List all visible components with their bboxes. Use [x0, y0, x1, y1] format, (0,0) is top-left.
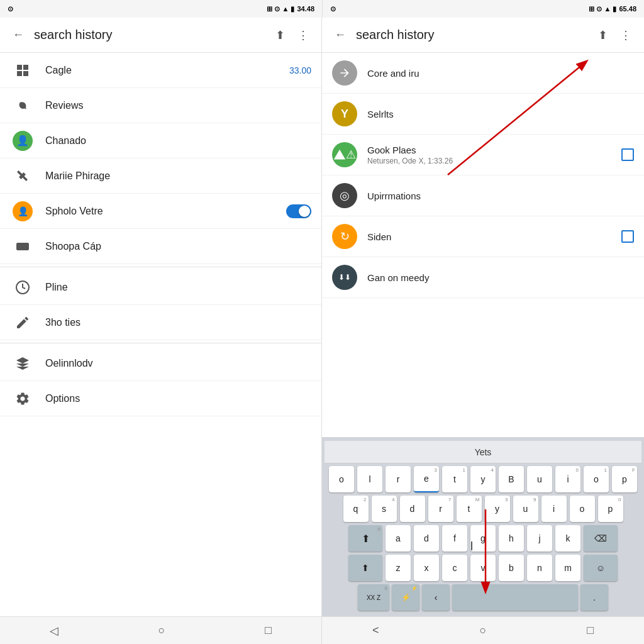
- gan-content: Gan on meedy: [367, 272, 634, 283]
- key-t2[interactable]: tM: [457, 496, 482, 522]
- key-l[interactable]: l: [357, 466, 382, 492]
- keyboard: Yets o l r e3 t1 y4 B u i0 o1 pF q2 s4 d: [322, 437, 644, 616]
- menu-item-oelinn[interactable]: Oelinnlodv: [0, 346, 321, 381]
- key-emoji[interactable]: ☺: [584, 555, 618, 581]
- key-p1[interactable]: pF: [612, 466, 637, 492]
- 3ho-icon: [10, 310, 35, 335]
- key-f[interactable]: f: [442, 525, 467, 552]
- key-y2[interactable]: y3: [485, 496, 510, 522]
- key-b[interactable]: b: [499, 555, 524, 581]
- list-item-gan[interactable]: ⬇⬇ Gan on meedy: [322, 257, 644, 298]
- pline-label: Pline: [45, 282, 311, 293]
- upirr-icon: ◎: [332, 183, 357, 208]
- key-m[interactable]: m: [555, 555, 580, 581]
- list-item-selrlts[interactable]: Y Selrlts: [322, 94, 644, 135]
- list-item-upirr[interactable]: ◎ Upirrmations: [322, 175, 644, 216]
- key-d2[interactable]: d: [414, 525, 439, 552]
- keyboard-row-2: q2 s4 d r7 tM y3 u9 i o p0: [325, 496, 641, 522]
- left-bottom-nav: ◁ ○ □: [0, 616, 321, 644]
- menu-item-cagle[interactable]: Cagle 33.00: [0, 53, 321, 88]
- key-i2[interactable]: i: [541, 496, 567, 522]
- key-x[interactable]: x: [414, 555, 439, 581]
- key-g[interactable]: g: [470, 525, 496, 552]
- menu-item-shoopa[interactable]: Shoopa Cáp: [0, 229, 321, 264]
- left-more-button[interactable]: ⋮: [295, 26, 311, 45]
- menu-item-reviews[interactable]: Reviews: [0, 88, 321, 123]
- key-shift[interactable]: ⬆0: [348, 525, 382, 552]
- key-i1[interactable]: i0: [555, 466, 580, 492]
- key-B[interactable]: B: [499, 466, 524, 492]
- oelinn-label: Oelinnlodv: [45, 358, 311, 369]
- key-r[interactable]: r: [386, 466, 411, 492]
- key-v[interactable]: v: [470, 555, 496, 581]
- shoopa-label: Shoopa Cáp: [45, 241, 311, 252]
- key-period[interactable]: .: [580, 584, 608, 611]
- left-back-button[interactable]: ←: [10, 26, 26, 44]
- key-xxz[interactable]: XX Z0: [358, 584, 389, 611]
- key-e[interactable]: e3: [414, 466, 439, 492]
- right-title: search history: [356, 28, 588, 42]
- spholo-label: Spholo Vetre: [45, 206, 286, 217]
- siden-title: Siden: [367, 231, 621, 242]
- menu-item-mariie[interactable]: Mariie Phirage: [0, 158, 321, 194]
- left-recent-nav[interactable]: □: [252, 619, 284, 642]
- key-o1[interactable]: o: [329, 466, 354, 492]
- pline-icon: [10, 275, 35, 300]
- key-t1[interactable]: t1: [442, 466, 467, 492]
- left-signal-icon: ⊞ ⊙ ▲ ▮: [267, 5, 294, 13]
- screens-container: ← search history ⬆ ⋮ Cagle 33.00 Reviews: [0, 18, 644, 644]
- key-y1[interactable]: y4: [470, 466, 496, 492]
- cagle-icon: [10, 58, 35, 83]
- left-home-nav[interactable]: ○: [146, 619, 178, 642]
- right-back-nav[interactable]: <: [360, 619, 392, 642]
- right-share-button[interactable]: ⬆: [596, 26, 610, 45]
- mariie-label: Mariie Phirage: [45, 170, 311, 182]
- key-backspace[interactable]: ⌫: [584, 525, 618, 552]
- gook-checkbox[interactable]: [621, 148, 634, 161]
- list-item-core[interactable]: Core and iru: [322, 53, 644, 94]
- menu-item-chanado[interactable]: 👤 Chanado: [0, 123, 321, 158]
- gook-title: Gook Plaes: [367, 145, 621, 155]
- key-h[interactable]: h: [499, 525, 524, 552]
- key-u2[interactable]: u9: [513, 496, 538, 522]
- key-o3[interactable]: o: [570, 496, 595, 522]
- key-q[interactable]: q2: [343, 496, 369, 522]
- right-home-nav[interactable]: ○: [467, 619, 499, 642]
- key-j[interactable]: j: [527, 525, 552, 552]
- key-lightning[interactable]: ⚡⚡: [392, 584, 419, 611]
- gan-title: Gan on meedy: [367, 272, 634, 283]
- siden-checkbox[interactable]: [621, 230, 634, 243]
- spholo-toggle[interactable]: [286, 204, 311, 218]
- key-left-angle[interactable]: ‹: [422, 584, 450, 611]
- key-s[interactable]: s4: [372, 496, 397, 522]
- key-c[interactable]: c: [442, 555, 467, 581]
- key-n[interactable]: n: [527, 555, 552, 581]
- key-caps[interactable]: ⬆: [348, 555, 382, 581]
- key-space[interactable]: [452, 584, 578, 611]
- key-r2[interactable]: r7: [428, 496, 453, 522]
- list-item-gook[interactable]: ⚠ Gook Plaes Netursen, Ode X, 1:33.26: [322, 135, 644, 175]
- left-app-bar: ← search history ⬆ ⋮: [0, 18, 321, 53]
- right-back-button[interactable]: ←: [332, 26, 348, 44]
- key-u1[interactable]: u: [527, 466, 552, 492]
- menu-item-3ho[interactable]: 3ho ties: [0, 305, 321, 340]
- menu-item-pline[interactable]: Pline: [0, 270, 321, 305]
- left-back-nav[interactable]: ◁: [37, 619, 71, 643]
- menu-item-options[interactable]: Options: [0, 381, 321, 416]
- key-k[interactable]: k: [555, 525, 580, 552]
- key-z[interactable]: z: [386, 555, 411, 581]
- keyboard-row-1: o l r e3 t1 y4 B u i0 o1 pF: [325, 466, 641, 492]
- left-share-button[interactable]: ⬆: [273, 26, 287, 45]
- list-item-siden[interactable]: ↻ Siden: [322, 216, 644, 257]
- cagle-value: 33.00: [289, 65, 311, 75]
- key-o2[interactable]: o1: [584, 466, 609, 492]
- menu-item-spholo[interactable]: 👤 Spholo Vetre: [0, 194, 321, 229]
- right-recent-nav[interactable]: □: [574, 619, 606, 642]
- svg-rect-3: [23, 71, 28, 76]
- reviews-icon: [10, 93, 35, 118]
- key-a[interactable]: a: [386, 525, 411, 552]
- key-p2[interactable]: p0: [598, 496, 623, 522]
- keyboard-row-4: ⬆ z x c v b n m ☺: [325, 555, 641, 581]
- key-d1[interactable]: d: [400, 496, 425, 522]
- right-more-button[interactable]: ⋮: [618, 26, 634, 45]
